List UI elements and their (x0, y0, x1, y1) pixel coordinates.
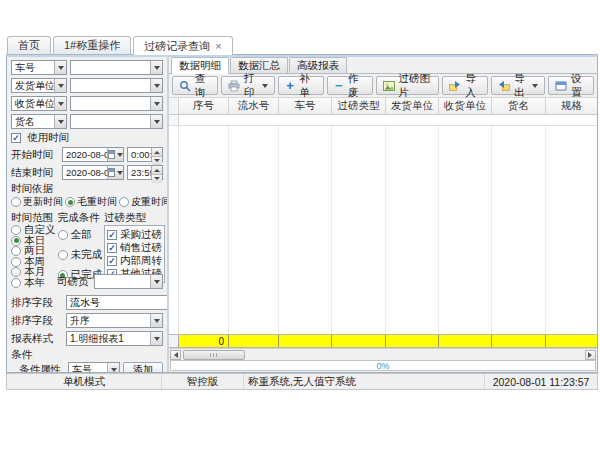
col-flow-number[interactable]: 流水号 (229, 98, 279, 114)
sort-field-input[interactable] (66, 295, 169, 310)
chevron-down-icon[interactable] (54, 79, 66, 92)
summary-cell (439, 335, 492, 347)
chevron-down-icon[interactable] (150, 332, 162, 345)
col-goods[interactable]: 货名 (492, 98, 546, 114)
tab-home[interactable]: 首页 (7, 36, 51, 54)
vehicle-value-combo[interactable] (70, 60, 163, 75)
checkbox-sales-weigh[interactable]: ✓销售过磅 (107, 241, 162, 254)
chevron-down-icon[interactable] (150, 275, 162, 288)
scroll-right-arrow-icon[interactable] (585, 350, 596, 360)
col-serial[interactable]: 序号 (179, 98, 229, 114)
summary-row-stub (169, 335, 179, 347)
sort-field-label: 排序字段 (11, 296, 63, 310)
tab-advanced-report-label: 高级报表 (297, 59, 339, 73)
time-range-group: 时间范围 自定义 本日 两日 本周 本月 本年 (11, 211, 56, 288)
goods-field-select[interactable]: 货名 (11, 114, 67, 129)
tab-data-summary-label: 数据汇总 (238, 59, 280, 73)
chevron-down-icon[interactable] (150, 97, 162, 110)
radio-update-time[interactable]: 更新时间 (11, 195, 63, 209)
start-time-spinner[interactable]: 0:00:00 (127, 147, 163, 162)
grid-column-guide (279, 126, 332, 334)
status-datetime: 2020-08-01 11:23:57 (485, 374, 597, 389)
settings-icon (555, 80, 567, 92)
image-icon (383, 80, 395, 92)
horizontal-scrollbar[interactable] (169, 348, 597, 360)
tab-advanced-report[interactable]: 高级报表 (289, 57, 347, 73)
add-condition-button[interactable]: 添加 (123, 362, 163, 372)
start-date-picker[interactable]: 2020-08-01 (62, 147, 124, 162)
end-date-value: 2020-08-01 (63, 166, 107, 179)
supplement-order-button[interactable]: + 补单 (278, 76, 324, 95)
time-range-label: 时间范围 (11, 211, 56, 223)
settings-button[interactable]: 设置 (548, 76, 594, 95)
shipper-value (71, 79, 150, 92)
scroll-left-arrow-icon[interactable] (170, 350, 181, 360)
col-shipper[interactable]: 发货单位 (386, 98, 439, 114)
sort-order-value: 升序 (67, 314, 150, 327)
summary-cell (492, 335, 546, 347)
tab-weighing-record-query[interactable]: 过磅记录查询 × (133, 36, 232, 55)
sort-order-combo[interactable]: 升序 (66, 313, 163, 328)
chevron-down-icon[interactable] (150, 314, 162, 327)
end-date-picker[interactable]: 2020-08-01 (62, 165, 124, 180)
grid-header: 序号 流水号 车号 过磅类型 发货单位 收货单位 货名 规格 (169, 98, 597, 115)
chevron-down-icon[interactable] (54, 61, 66, 74)
sort-order-row: 排序字段 升序 (11, 313, 163, 328)
export-button[interactable]: 导出 (491, 76, 545, 95)
tab-data-detail[interactable]: 数据明细 (171, 57, 229, 74)
spinner-arrows-icon[interactable] (151, 148, 162, 161)
col-vehicle[interactable]: 车号 (279, 98, 332, 114)
finish-condition-label: 完成条件 (58, 211, 103, 223)
chevron-down-icon[interactable] (150, 115, 162, 128)
weigher-combo[interactable] (94, 274, 163, 289)
calendar-icon[interactable] (107, 148, 123, 161)
radio-tare-time[interactable]: 皮重时间 (119, 195, 169, 209)
checkbox-purchase-weigh[interactable]: ✓采购过磅 (107, 228, 162, 241)
chevron-down-icon[interactable] (150, 79, 162, 92)
void-button-label: 作废 (348, 72, 366, 100)
col-weigh-type[interactable]: 过磅类型 (332, 98, 386, 114)
end-time-spinner[interactable]: 23:59:59 (127, 165, 163, 180)
scrollbar-thumb[interactable] (183, 350, 245, 360)
radio-this-year[interactable]: 本年 (11, 278, 56, 289)
condition-attr-label: 条件属性 (19, 363, 65, 373)
report-style-combo[interactable]: 1.明细报表1 (66, 331, 163, 346)
grid-column-guide (179, 126, 229, 334)
radio-unfinished[interactable]: 未完成 (58, 245, 103, 265)
import-button[interactable]: 导入 (442, 76, 488, 95)
grid-body[interactable] (169, 126, 597, 334)
tab-data-summary[interactable]: 数据汇总 (230, 57, 288, 73)
filter-row-receiver: 收货单位 (11, 96, 163, 111)
radio-gross-time[interactable]: 毛重时间 (65, 195, 117, 209)
goods-field-label: 货名 (12, 115, 54, 128)
goods-value-combo[interactable] (70, 114, 163, 129)
shipper-field-select[interactable]: 发货单位 (11, 78, 67, 93)
grid-new-row[interactable] (169, 115, 597, 126)
void-button[interactable]: − 作废 (327, 76, 373, 95)
tab-weighing-operation[interactable]: 1#称重操作 (53, 36, 131, 54)
chevron-down-icon[interactable] (107, 363, 119, 372)
close-tab-icon[interactable]: × (215, 41, 221, 51)
calendar-icon[interactable] (107, 166, 123, 179)
query-button[interactable]: 查询 (172, 76, 218, 95)
start-time-row: 开始时间 2020-08-01 0:00:00 (11, 147, 163, 162)
chevron-down-icon[interactable] (54, 97, 66, 110)
print-button[interactable]: 打印 (221, 76, 275, 95)
col-spec[interactable]: 规格 (546, 98, 597, 114)
checkbox-internal-transfer[interactable]: ✓内部周转 (107, 254, 162, 267)
chevron-down-icon[interactable] (54, 115, 66, 128)
receiver-value-combo[interactable] (70, 96, 163, 111)
weigh-photo-button[interactable]: 过磅图片 (376, 76, 440, 95)
radio-all[interactable]: 全部 (58, 225, 103, 245)
shipper-value-combo[interactable] (70, 78, 163, 93)
receiver-value (71, 97, 150, 110)
spinner-arrows-icon[interactable] (151, 166, 162, 179)
summary-row: 0 (169, 334, 597, 348)
condition-attr-combo[interactable]: 车号 (68, 362, 120, 372)
vehicle-field-select[interactable]: 车号 (11, 60, 67, 75)
summary-cell (279, 335, 332, 347)
col-receiver[interactable]: 收货单位 (439, 98, 492, 114)
use-time-checkbox[interactable]: ✓ (11, 133, 21, 143)
chevron-down-icon[interactable] (150, 61, 162, 74)
receiver-field-select[interactable]: 收货单位 (11, 96, 67, 111)
